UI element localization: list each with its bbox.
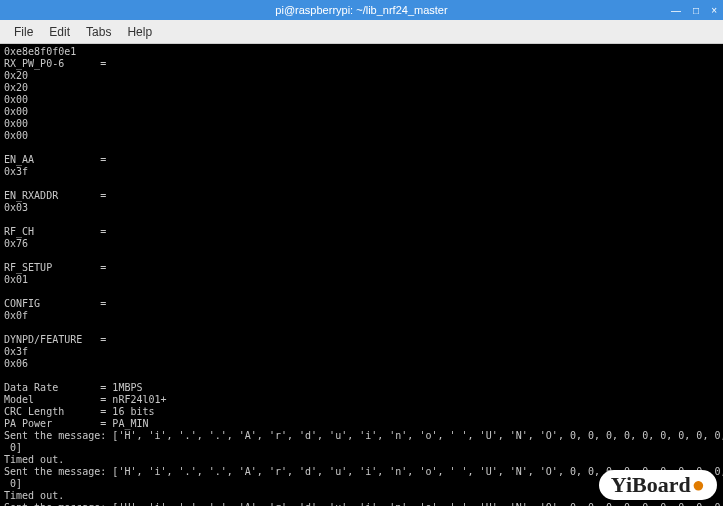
window-title: pi@raspberrypi: ~/lib_nrf24_master xyxy=(275,4,447,16)
menubar: File Edit Tabs Help xyxy=(0,20,723,44)
titlebar: pi@raspberrypi: ~/lib_nrf24_master — □ × xyxy=(0,0,723,20)
menu-help[interactable]: Help xyxy=(119,23,160,41)
window-controls: — □ × xyxy=(669,5,719,16)
maximize-button[interactable]: □ xyxy=(691,5,701,16)
menu-edit[interactable]: Edit xyxy=(41,23,78,41)
watermark-dot-icon: ● xyxy=(692,472,705,498)
terminal-output[interactable]: 0xe8e8f0f0e1 RX_PW_P0-6 = 0x20 0x20 0x00… xyxy=(0,44,723,506)
menu-tabs[interactable]: Tabs xyxy=(78,23,119,41)
watermark-logo: YiBoard ● xyxy=(599,470,717,500)
watermark-text: YiBoard xyxy=(611,472,691,498)
minimize-button[interactable]: — xyxy=(669,5,683,16)
close-button[interactable]: × xyxy=(709,5,719,16)
menu-file[interactable]: File xyxy=(6,23,41,41)
